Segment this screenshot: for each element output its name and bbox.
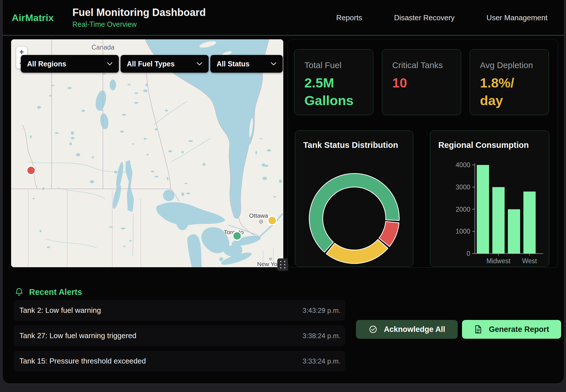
page-subtitle: Real-Time Overview bbox=[72, 20, 206, 28]
map-panel: Canada Ottawa Toronto New York + − All R… bbox=[11, 39, 283, 267]
stat-label: Total Fuel bbox=[304, 60, 373, 70]
stat-value-line: 2.5M bbox=[304, 74, 373, 92]
alert-timestamp: 3:33:24 p.m. bbox=[303, 357, 341, 365]
stat-value-line: 10 bbox=[392, 74, 461, 92]
x-tick-label: West bbox=[522, 257, 537, 265]
region-filter-dropdown[interactable]: All Regions bbox=[21, 55, 119, 73]
dashboard-window: AirMatrix Fuel Monitoring Dashboard Real… bbox=[2, 0, 564, 384]
map-label: Ottawa bbox=[249, 212, 268, 219]
check-circle-icon bbox=[368, 325, 378, 334]
brand-logo[interactable]: AirMatrix bbox=[12, 12, 70, 23]
regional-consumption-chart-card: Regional Consumption 01000200030004000Mi… bbox=[430, 130, 549, 267]
nav-reports[interactable]: Reports bbox=[336, 13, 362, 22]
alerts-heading: Recent Alerts bbox=[14, 287, 82, 297]
summary-panel: Total Fuel 2.5M Gallons Critical Tanks 1… bbox=[288, 39, 558, 268]
y-tick-label: 3000 bbox=[456, 183, 470, 191]
nav-disaster-recovery[interactable]: Disaster Recovery bbox=[394, 13, 455, 22]
stat-value-line: Gallons bbox=[304, 92, 373, 109]
y-tick-label: 4000 bbox=[456, 161, 470, 169]
chevron-down-icon bbox=[197, 62, 202, 66]
tank-status-chart-card: Tank Status Distribution bbox=[295, 130, 413, 267]
chevron-down-icon bbox=[107, 62, 113, 66]
stat-label: Avg Depletion bbox=[480, 60, 549, 70]
charts-row: Tank Status Distribution Regional Consum… bbox=[295, 130, 549, 267]
stat-label: Critical Tanks bbox=[392, 60, 461, 70]
alerts-heading-label: Recent Alerts bbox=[29, 287, 82, 297]
stat-card-total-fuel: Total Fuel 2.5M Gallons bbox=[294, 49, 373, 115]
bar-1 bbox=[492, 187, 505, 254]
y-tick-label: 1000 bbox=[456, 228, 470, 235]
page-title: Fuel Monitoring Dashboard bbox=[72, 7, 206, 18]
generate-report-label: Generate Report bbox=[489, 325, 549, 334]
x-tick-label: Midwest bbox=[486, 257, 511, 265]
status-filter-value: All Status bbox=[217, 60, 249, 68]
donut-segment-warning bbox=[326, 239, 388, 264]
map-resize-handle[interactable] bbox=[277, 258, 288, 271]
nav-user-management[interactable]: User Management bbox=[486, 13, 547, 22]
bar-0 bbox=[477, 165, 489, 254]
alert-timestamp: 3:38:24 p.m. bbox=[303, 332, 341, 340]
bar-2 bbox=[508, 209, 520, 254]
alert-list: Tank 2: Low fuel warning 3:43:29 p.m. Ta… bbox=[14, 300, 345, 371]
acknowledge-all-label: Acknowledge All bbox=[384, 325, 445, 334]
document-icon bbox=[474, 325, 482, 334]
map-filters: All Regions All Fuel Types All Status bbox=[21, 55, 283, 73]
stat-card-avg-depletion: Avg Depletion 1.8%/ day bbox=[470, 49, 549, 115]
alert-row[interactable]: Tank 27: Low fuel warning triggered 3:38… bbox=[14, 325, 345, 346]
stat-value-line: day bbox=[480, 92, 549, 109]
fuel-type-filter-dropdown[interactable]: All Fuel Types bbox=[121, 55, 209, 73]
generate-report-button[interactable]: Generate Report bbox=[462, 320, 561, 339]
map-marker-normal[interactable] bbox=[233, 232, 241, 240]
status-filter-dropdown[interactable]: All Status bbox=[210, 55, 283, 73]
title-block: Fuel Monitoring Dashboard Real-Time Over… bbox=[72, 7, 206, 29]
y-tick-label: 0 bbox=[467, 250, 470, 257]
bell-icon bbox=[14, 287, 24, 297]
stats-row: Total Fuel 2.5M Gallons Critical Tanks 1… bbox=[294, 49, 549, 115]
map-marker-warning[interactable] bbox=[268, 216, 276, 225]
acknowledge-all-button[interactable]: Acknowledge All bbox=[356, 320, 458, 339]
region-filter-value: All Regions bbox=[27, 60, 66, 68]
fuel-type-filter-value: All Fuel Types bbox=[127, 60, 175, 68]
map-canvas[interactable]: Canada Ottawa Toronto New York bbox=[11, 39, 283, 267]
stat-value-line: 1.8%/ bbox=[480, 74, 549, 92]
alert-row[interactable]: Tank 15: Pressure threshold exceeded 3:3… bbox=[14, 351, 345, 371]
chevron-down-icon bbox=[271, 62, 276, 66]
alert-message: Tank 27: Low fuel warning triggered bbox=[19, 331, 136, 340]
header: AirMatrix Fuel Monitoring Dashboard Real… bbox=[3, 0, 564, 36]
tank-status-donut-chart bbox=[295, 131, 413, 266]
alert-message: Tank 2: Low fuel warning bbox=[19, 306, 101, 315]
main-nav: Reports Disaster Recovery User Managemen… bbox=[336, 13, 547, 22]
stat-card-critical-tanks: Critical Tanks 10 bbox=[382, 49, 461, 115]
regional-consumption-bar-chart: 01000200030004000MidwestWest bbox=[430, 131, 549, 266]
alert-message: Tank 15: Pressure threshold exceeded bbox=[19, 357, 146, 366]
map-marker-critical[interactable] bbox=[27, 166, 35, 175]
bar-3 bbox=[524, 191, 536, 254]
alert-row[interactable]: Tank 2: Low fuel warning 3:43:29 p.m. bbox=[14, 300, 345, 321]
map-label: Canada bbox=[91, 44, 115, 51]
y-tick-label: 2000 bbox=[456, 206, 470, 213]
alert-timestamp: 3:43:29 p.m. bbox=[303, 307, 341, 315]
